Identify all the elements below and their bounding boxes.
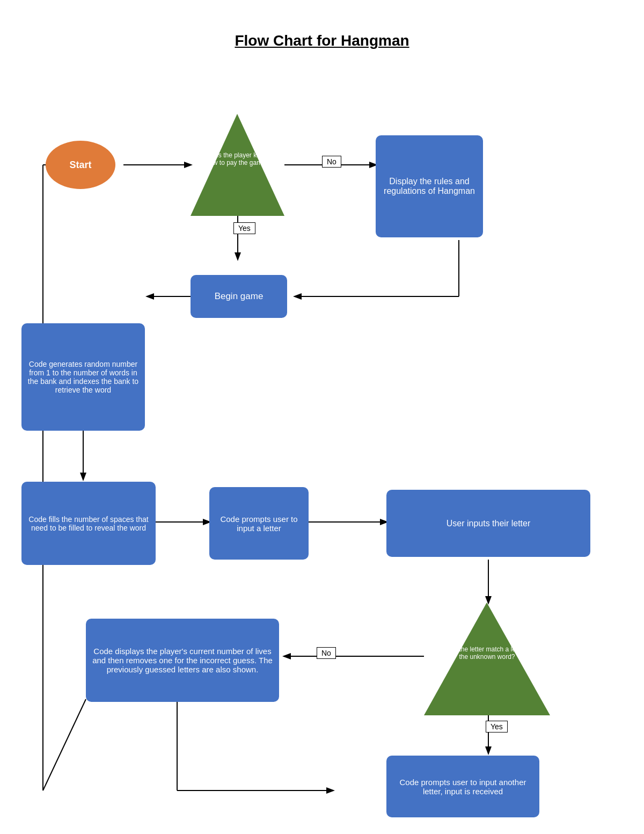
code-fills-label: Code fills the number of spaces that nee… [27, 515, 150, 532]
svg-marker-17 [191, 114, 284, 216]
user-inputs-shape: User inputs their letter [386, 490, 590, 557]
code-displays-shape: Code displays the player's current numbe… [86, 619, 279, 702]
start-label: Start [69, 159, 91, 171]
decision1-container: Does the player know how to pay the game… [191, 114, 284, 223]
display-rules-shape: Display the rules and regulations of Han… [376, 135, 483, 237]
code-generates-shape: Code generates random number from 1 to t… [21, 323, 145, 431]
begin-game-shape: Begin game [191, 275, 287, 318]
code-prompts2-shape: Code prompts user to input another lette… [386, 756, 539, 817]
code-prompts2-label: Code prompts user to input another lette… [392, 778, 534, 796]
page-title: Flow Chart for Hangman [0, 0, 644, 66]
begin-game-label: Begin game [215, 291, 264, 302]
code-displays-label: Code displays the player's current numbe… [91, 647, 274, 674]
display-rules-label: Display the rules and regulations of Han… [381, 177, 478, 196]
decision2-triangle [424, 603, 550, 718]
code-fills-shape: Code fills the number of spaces that nee… [21, 482, 156, 565]
code-prompts-label: Code prompts user to input a letter [215, 514, 303, 533]
code-generates-label: Code generates random number from 1 to t… [27, 360, 140, 394]
yes2-label: Yes [486, 721, 508, 733]
svg-marker-18 [424, 603, 550, 715]
start-shape: Start [46, 141, 115, 189]
yes1-label: Yes [233, 222, 255, 234]
user-inputs-label: User inputs their letter [447, 519, 531, 528]
no2-label: No [317, 647, 336, 659]
svg-line-16 [43, 699, 86, 791]
code-prompts-shape: Code prompts user to input a letter [209, 487, 309, 560]
decision1-triangle [191, 114, 284, 221]
decision2-container: Does the letter match a letter in the un… [424, 603, 550, 720]
flowchart: Start Does the player know how to pay th… [0, 66, 644, 834]
no1-label: No [322, 156, 341, 168]
